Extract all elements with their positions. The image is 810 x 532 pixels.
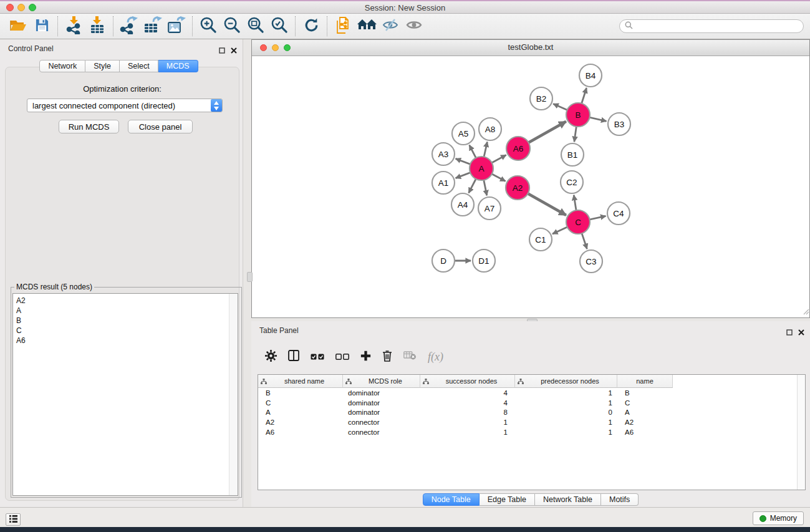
table-tab-node-table[interactable]: Node Table: [423, 493, 480, 506]
graph-node-C1[interactable]: C1: [529, 228, 552, 251]
graph-node-B3[interactable]: B3: [608, 113, 630, 135]
task-history-button[interactable]: [6, 513, 21, 526]
hide-panels-button[interactable]: [378, 15, 402, 37]
mcds-list-scrollbar[interactable]: [229, 294, 238, 495]
table-tab-network-table[interactable]: Network Table: [535, 493, 601, 506]
close-panel-button[interactable]: Close panel: [128, 120, 193, 133]
graph-node-A4[interactable]: A4: [451, 193, 474, 216]
import-table-button[interactable]: [85, 15, 109, 37]
column-header-predecessor-nodes[interactable]: predecessor nodes: [515, 375, 617, 388]
function-builder-button[interactable]: f(x): [428, 351, 443, 364]
window-resize-grip[interactable]: [802, 306, 809, 317]
graph-node-A1[interactable]: A1: [432, 172, 455, 194]
control-tab-select[interactable]: Select: [120, 60, 158, 72]
graph-node-D[interactable]: D: [432, 249, 455, 272]
zoom-fit-button[interactable]: [244, 15, 268, 37]
control-tab-network[interactable]: Network: [39, 60, 85, 72]
graph-node-A[interactable]: A: [470, 157, 493, 180]
graph-node-B2[interactable]: B2: [530, 87, 552, 110]
table-cell[interactable]: A6: [258, 428, 343, 436]
close-panel-icon[interactable]: [798, 327, 804, 338]
table-cell[interactable]: A6: [617, 428, 673, 436]
open-file-button[interactable]: [6, 15, 30, 37]
desktop-vertical-scrollbar[interactable]: [247, 272, 253, 282]
table-cell[interactable]: A: [258, 409, 343, 416]
graph-node-B[interactable]: B: [566, 103, 590, 127]
add-column-button[interactable]: [360, 351, 371, 364]
control-tab-style[interactable]: Style: [85, 60, 120, 72]
table-row-c[interactable]: Cdominator41C: [258, 398, 805, 408]
table-cell[interactable]: 1: [515, 418, 617, 426]
column-header-name[interactable]: name: [617, 375, 673, 388]
table-row-a[interactable]: Adominator80A: [258, 408, 805, 418]
float-panel-icon[interactable]: [786, 327, 793, 338]
column-visibility-button[interactable]: [288, 350, 299, 364]
search-input[interactable]: [636, 21, 798, 32]
graph-node-A2[interactable]: A2: [506, 176, 529, 200]
graph-node-A3[interactable]: A3: [432, 143, 455, 165]
table-cell[interactable]: dominator: [343, 399, 420, 407]
duplicate-network-button[interactable]: [331, 15, 355, 37]
table-cell[interactable]: dominator: [343, 409, 420, 416]
table-settings-button[interactable]: [265, 350, 277, 364]
table-cell[interactable]: B: [617, 389, 673, 397]
run-mcds-button[interactable]: Run MCDS: [59, 120, 119, 133]
graph-node-C2[interactable]: C2: [561, 171, 583, 193]
table-cell[interactable]: connector: [343, 418, 420, 426]
mcds-result-item[interactable]: A: [16, 306, 229, 316]
table-tab-edge-table[interactable]: Edge Table: [480, 493, 535, 506]
mcds-result-item[interactable]: A6: [16, 336, 229, 346]
mcds-result-item[interactable]: C: [16, 326, 229, 336]
delete-table-button[interactable]: [403, 351, 417, 362]
graph-node-A5[interactable]: A5: [452, 122, 475, 145]
table-row-b[interactable]: Bdominator41B: [258, 388, 805, 398]
show-panels-button[interactable]: [402, 15, 426, 37]
graph-node-A8[interactable]: A8: [479, 118, 501, 140]
table-cell[interactable]: connector: [343, 428, 420, 436]
float-panel-icon[interactable]: [219, 45, 225, 56]
export-network-button[interactable]: [117, 15, 141, 37]
control-tab-mcds[interactable]: MCDS: [158, 60, 198, 72]
export-table-button[interactable]: [141, 15, 165, 37]
mcds-result-item[interactable]: A2: [16, 296, 229, 306]
save-session-button[interactable]: [30, 15, 54, 37]
table-cell[interactable]: 8: [420, 409, 515, 416]
table-cell[interactable]: 1: [515, 399, 617, 407]
network-canvas[interactable]: B4B2BB3A8A5A6A3B1AC2A1A2A4A7C4CC1DD1C3: [252, 56, 809, 317]
table-cell[interactable]: 1: [420, 428, 515, 436]
network-window-titlebar[interactable]: testGlobe.txt: [252, 40, 809, 56]
graph-node-C3[interactable]: C3: [580, 250, 602, 273]
table-row-a6[interactable]: A6connector11A6: [258, 427, 805, 437]
table-scrollbar[interactable]: [797, 375, 805, 490]
graph-node-D1[interactable]: D1: [473, 249, 495, 272]
graph-node-C[interactable]: C: [566, 210, 590, 234]
table-cell[interactable]: 4: [420, 399, 515, 407]
mcds-result-item[interactable]: B: [16, 316, 229, 326]
column-header-successor-nodes[interactable]: successor nodes: [420, 375, 515, 388]
zoom-selected-button[interactable]: [268, 15, 291, 37]
table-cell[interactable]: A: [617, 409, 673, 416]
criterion-dropdown[interactable]: largest connected component (directed): [27, 99, 223, 112]
table-cell[interactable]: A2: [617, 418, 673, 426]
graph-node-C4[interactable]: C4: [607, 202, 630, 225]
table-row-a2[interactable]: A2connector11A2: [258, 417, 805, 427]
graph-node-A6[interactable]: A6: [506, 137, 530, 160]
zoom-out-button[interactable]: [220, 15, 244, 37]
table-cell[interactable]: 4: [420, 389, 515, 397]
table-cell[interactable]: 1: [420, 418, 515, 426]
table-cell[interactable]: C: [617, 399, 673, 407]
export-image-button[interactable]: [165, 15, 188, 37]
memory-button[interactable]: Memory: [753, 511, 804, 525]
column-header-shared-name[interactable]: shared name: [258, 375, 343, 388]
table-cell[interactable]: B: [258, 389, 343, 397]
select-all-button[interactable]: [311, 351, 324, 362]
table-cell[interactable]: 1: [515, 428, 617, 436]
table-cell[interactable]: C: [258, 399, 343, 407]
deselect-all-button[interactable]: [335, 351, 349, 362]
network-overview-button[interactable]: [355, 15, 378, 37]
refresh-button[interactable]: [299, 15, 323, 37]
graph-node-A7[interactable]: A7: [478, 197, 501, 220]
close-panel-icon[interactable]: [231, 45, 237, 56]
zoom-in-button[interactable]: [196, 15, 220, 37]
column-header-mcds-role[interactable]: MCDS role: [343, 375, 420, 388]
